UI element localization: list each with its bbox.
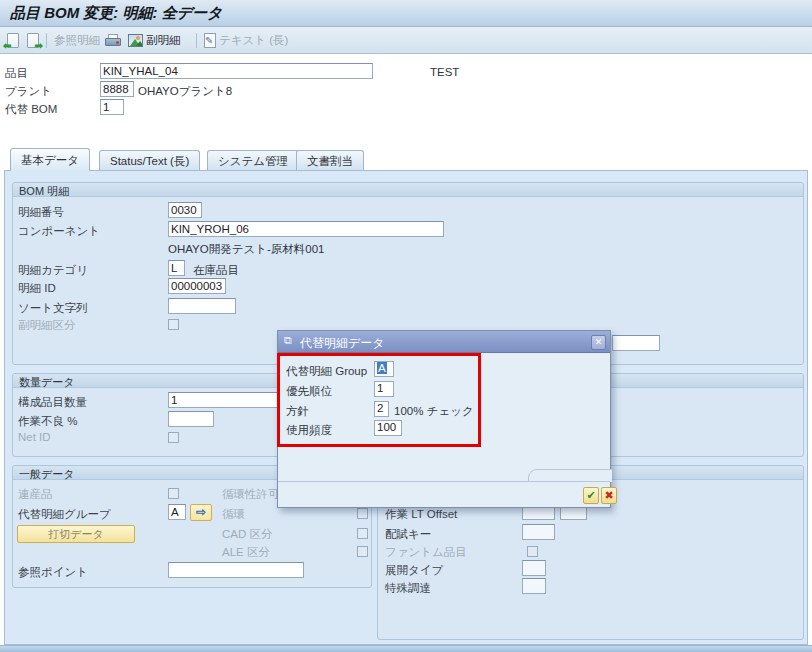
dialog-close-button[interactable]: ✕ <box>591 335 606 350</box>
reference-item-button: 参照明細 <box>52 31 102 50</box>
dialog-title: 代替明細データ <box>300 335 385 352</box>
component-description: OHAYO開発テスト-原材料001 <box>168 242 325 257</box>
recursion-allowed-label: 循環性許可 <box>222 487 280 502</box>
dialog-cancel-button[interactable]: ✖ <box>601 487 617 504</box>
next-item-icon: ➡ <box>27 33 39 48</box>
co-product-label: 連産品 <box>18 487 53 502</box>
recursion-checkbox <box>357 508 368 519</box>
print-button[interactable] <box>103 31 123 50</box>
distribution-key-input[interactable] <box>522 524 555 540</box>
sub-item-flag-label: 副明細区分 <box>18 318 76 333</box>
tab-document-assignment[interactable]: 文書割当 <box>296 150 364 171</box>
reference-item-label: 参照明細 <box>54 33 100 48</box>
cad-flag-label: CAD 区分 <box>222 527 272 542</box>
sub-item-flag-checkbox <box>168 319 179 330</box>
operation-scrap-input[interactable] <box>168 411 214 427</box>
sort-string-label: ソート文字列 <box>18 301 88 316</box>
dialog-title-bar[interactable]: ⧉ 代替明細データ ✕ <box>278 331 610 353</box>
discontinuation-data-button[interactable]: 打切データ <box>17 525 135 543</box>
tab-basic-data[interactable]: 基本データ <box>10 148 90 171</box>
close-icon: ✕ <box>595 337 603 347</box>
item-number-input[interactable] <box>168 202 202 218</box>
co-product-checkbox <box>168 488 179 499</box>
text-long-button: ✎ テキスト (長) <box>202 31 290 50</box>
operation-scrap-label: 作業不良 % <box>18 414 77 429</box>
application-toolbar: ⬅ ➡ 参照明細 副明細 ✎ テキスト (長) <box>0 27 812 54</box>
printer-icon <box>105 34 121 47</box>
reference-point-label: 参照ポイント <box>18 565 88 580</box>
check-icon: ✔ <box>586 489 595 501</box>
alt-item-group-label: 代替明細グループ <box>18 507 111 522</box>
item-category-input[interactable] <box>168 260 185 276</box>
sub-item-button[interactable]: 副明細 <box>126 31 183 50</box>
net-id-checkbox <box>168 432 179 443</box>
ale-flag-checkbox <box>357 546 368 557</box>
unlabeled-field[interactable] <box>612 335 660 351</box>
title-bar: 品目 BOM 変更: 明細: 全データ <box>0 0 812 27</box>
op-lt-offset-label: 作業 LT Offset <box>385 507 457 522</box>
phantom-item-label: ファントム品目 <box>385 545 467 560</box>
material-description: TEST <box>430 66 459 78</box>
tab-system-admin[interactable]: システム管理 <box>207 150 299 171</box>
ale-flag-label: ALE 区分 <box>222 545 270 560</box>
previous-item-button[interactable]: ⬅ <box>5 31 21 50</box>
text-page-icon: ✎ <box>204 33 216 48</box>
alt-item-group-detail-button[interactable]: ⇨ <box>190 504 212 521</box>
next-item-button[interactable]: ➡ <box>25 31 41 50</box>
distribution-key-label: 配賦キー <box>385 527 431 542</box>
dialog-confirm-button[interactable]: ✔ <box>583 487 599 504</box>
toolbar-separator <box>196 33 197 48</box>
net-id-label: Net ID <box>18 431 51 443</box>
cad-flag-checkbox <box>357 528 368 539</box>
plant-description: OHAYOプラント8 <box>138 84 232 99</box>
plant-label: プラント <box>5 84 52 99</box>
sap-window: 品目 BOM 変更: 明細: 全データ ⬅ ➡ 参照明細 副明細 ✎ テキスト … <box>0 0 812 652</box>
item-category-label: 明細カテゴリ <box>18 263 88 278</box>
alt-item-group-input[interactable] <box>168 504 186 520</box>
item-number-label: 明細番号 <box>18 205 64 220</box>
item-id-label: 明細 ID <box>18 281 56 296</box>
item-category-description: 在庫品目 <box>193 263 239 278</box>
toolbar-separator <box>46 33 47 48</box>
page-title: 品目 BOM 変更: 明細: 全データ <box>10 4 222 23</box>
x-icon: ✖ <box>604 489 613 501</box>
alt-bom-input[interactable] <box>100 99 124 115</box>
special-procurement-label: 特殊調達 <box>385 581 431 596</box>
plant-input[interactable] <box>100 81 134 97</box>
material-input[interactable] <box>100 63 373 79</box>
dialog-footer-divider <box>278 481 610 482</box>
general-groupbox-title: 一般データ <box>19 467 75 482</box>
arrow-right-icon: ⇨ <box>196 505 206 519</box>
previous-item-icon: ⬅ <box>7 33 19 48</box>
sort-string-input[interactable] <box>168 298 236 314</box>
explosion-type-input[interactable] <box>522 560 546 576</box>
annotation-red-box <box>277 353 481 447</box>
picture-icon <box>128 34 143 47</box>
material-label: 品目 <box>5 66 28 81</box>
special-procurement-input[interactable] <box>522 578 546 594</box>
item-id-input[interactable] <box>168 278 226 294</box>
reference-point-input[interactable] <box>168 562 304 578</box>
component-qty-label: 構成品目数量 <box>18 395 87 410</box>
recursion-label: 循環 <box>222 507 245 522</box>
status-bar <box>0 645 812 652</box>
phantom-item-checkbox <box>527 546 538 557</box>
bom-item-groupbox-title: BOM 明細 <box>19 184 69 199</box>
text-long-label: テキスト (長) <box>219 33 288 48</box>
dialog-window-icon: ⧉ <box>284 334 292 347</box>
bom-item-groupbox-header: BOM 明細 <box>13 183 803 197</box>
alt-bom-label: 代替 BOM <box>5 102 57 117</box>
tab-status-text[interactable]: Status/Text (長) <box>99 150 200 171</box>
component-input[interactable] <box>168 221 444 237</box>
quantity-groupbox-title: 数量データ <box>19 375 75 390</box>
explosion-type-label: 展開タイプ <box>385 563 443 578</box>
sub-item-label: 副明細 <box>146 33 181 48</box>
component-label: コンポーネント <box>18 224 100 239</box>
